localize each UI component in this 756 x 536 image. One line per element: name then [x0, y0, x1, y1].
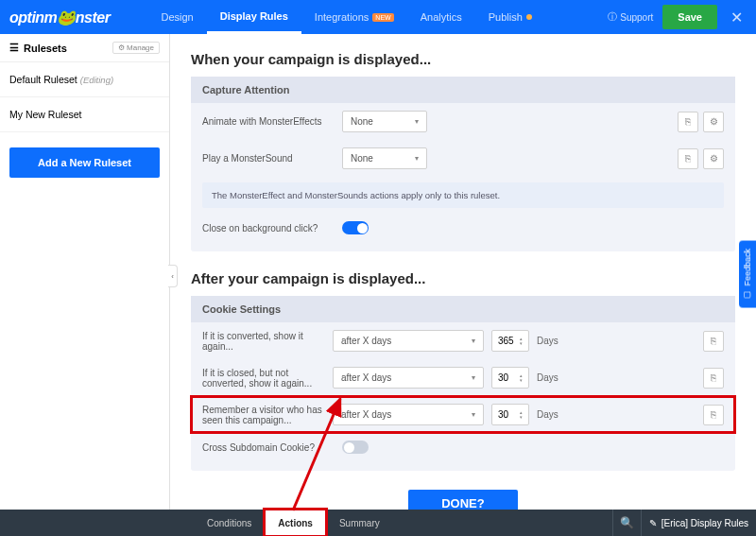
remember-label: Remember a visitor who has seen this cam… — [202, 405, 325, 425]
capture-attention-panel: Capture Attention Animate with MonsterEf… — [191, 77, 735, 251]
top-nav: Design Display Rules IntegrationsNEW Ana… — [147, 0, 544, 34]
ruleset-item-default[interactable]: Default Ruleset (Editing) — [0, 62, 169, 97]
cross-sub-toggle[interactable] — [342, 441, 369, 454]
nav-analytics[interactable]: Analytics — [407, 0, 475, 34]
list-icon: ☰ — [9, 42, 19, 54]
campaign-info[interactable]: ✎[Erica] Display Rules — [641, 510, 756, 536]
add-ruleset-button[interactable]: Add a New Ruleset — [9, 147, 160, 178]
copy-icon[interactable]: ⎘ — [703, 331, 724, 352]
save-button[interactable]: Save — [662, 5, 717, 29]
tab-conditions[interactable]: Conditions — [194, 510, 265, 536]
content-area: When your campaign is displayed... Captu… — [170, 34, 756, 510]
section1-title: When your campaign is displayed... — [191, 51, 735, 67]
close-bg-toggle[interactable] — [342, 221, 369, 234]
close-icon[interactable]: ✕ — [727, 9, 747, 26]
tab-summary[interactable]: Summary — [326, 510, 393, 536]
nav-publish[interactable]: Publish — [475, 0, 545, 34]
note-box: The MonsterEffect and MonsterSounds acti… — [202, 182, 724, 208]
animate-select[interactable]: None▾ — [342, 111, 427, 132]
ruleset-item-new[interactable]: My New Ruleset — [0, 97, 169, 132]
sound-select[interactable]: None▾ — [342, 147, 427, 169]
support-link[interactable]: ⓘSupport — [608, 10, 653, 24]
gear-icon[interactable]: ⚙ — [703, 112, 724, 132]
chevron-down-icon: ▾ — [415, 154, 419, 163]
panel-header: Cookie Settings — [191, 296, 735, 322]
logo: optinm🐸nster — [9, 9, 110, 26]
copy-icon[interactable]: ⎘ — [678, 112, 698, 132]
sidebar: ☰Rulesets ⚙Manage Default Ruleset (Editi… — [0, 34, 170, 510]
close-bg-label: Close on background click? — [202, 223, 335, 233]
converted-days-input[interactable]: 365▴▾ — [491, 330, 529, 352]
feedback-tab[interactable]: ▢Feedback — [739, 241, 756, 308]
section2-title: After your campaign is displayed... — [191, 270, 735, 286]
chevron-down-icon: ▾ — [472, 373, 475, 382]
pencil-icon: ✎ — [649, 518, 657, 528]
gear-icon: ⚙ — [118, 43, 125, 52]
chevron-down-icon: ▾ — [472, 337, 475, 345]
top-bar: optinm🐸nster Design Display Rules Integr… — [0, 0, 756, 34]
chevron-down-icon: ▾ — [415, 117, 419, 126]
remember-mode-select[interactable]: after X days▾ — [333, 404, 484, 425]
closed-mode-select[interactable]: after X days▾ — [333, 367, 484, 389]
animate-label: Animate with MonsterEffects — [202, 116, 335, 127]
publish-dot-icon — [526, 14, 532, 20]
panel-header: Capture Attention — [191, 77, 735, 103]
cross-sub-label: Cross Subdomain Cookie? — [202, 442, 335, 453]
cookie-settings-panel: Cookie Settings If it is converted, show… — [191, 296, 735, 471]
nav-display-rules[interactable]: Display Rules — [207, 0, 301, 34]
sound-label: Play a MonsterSound — [202, 153, 335, 164]
copy-icon[interactable]: ⎘ — [703, 368, 724, 389]
nav-design[interactable]: Design — [147, 0, 206, 34]
chevron-down-icon: ▾ — [472, 410, 475, 419]
gear-icon[interactable]: ⚙ — [703, 148, 724, 169]
closed-days-input[interactable]: 30▴▾ — [491, 367, 529, 389]
converted-mode-select[interactable]: after X days▾ — [333, 330, 484, 352]
closed-label: If it is closed, but not converted, show… — [202, 368, 325, 389]
search-icon[interactable]: 🔍 — [612, 510, 641, 536]
copy-icon[interactable]: ⎘ — [703, 405, 724, 425]
chat-icon: ▢ — [743, 291, 752, 301]
nav-integrations[interactable]: IntegrationsNEW — [301, 0, 407, 34]
tab-actions[interactable]: Actions — [265, 510, 326, 536]
converted-label: If it is converted, show it again... — [202, 331, 325, 352]
new-badge: NEW — [372, 13, 393, 22]
sidebar-title: ☰Rulesets — [9, 42, 67, 54]
help-icon: ⓘ — [608, 10, 617, 24]
remember-days-input[interactable]: 30▴▾ — [491, 404, 529, 425]
done-button[interactable]: DONE? Go To Summary — [408, 490, 519, 510]
manage-button[interactable]: ⚙Manage — [112, 42, 160, 54]
collapse-handle[interactable]: ‹ — [168, 265, 178, 287]
copy-icon[interactable]: ⎘ — [678, 148, 698, 169]
bottom-bar: Conditions Actions Summary 🔍 ✎[Erica] Di… — [0, 510, 756, 536]
